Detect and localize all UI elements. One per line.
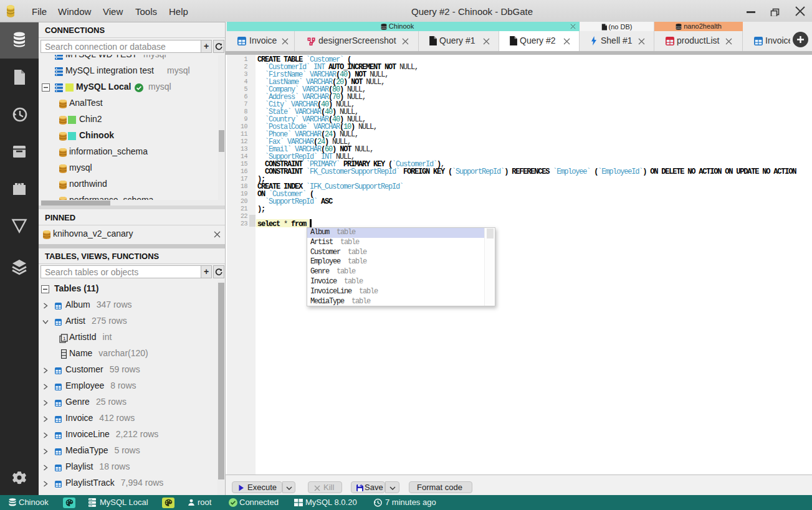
svg-text:1: 1 [63, 336, 66, 341]
